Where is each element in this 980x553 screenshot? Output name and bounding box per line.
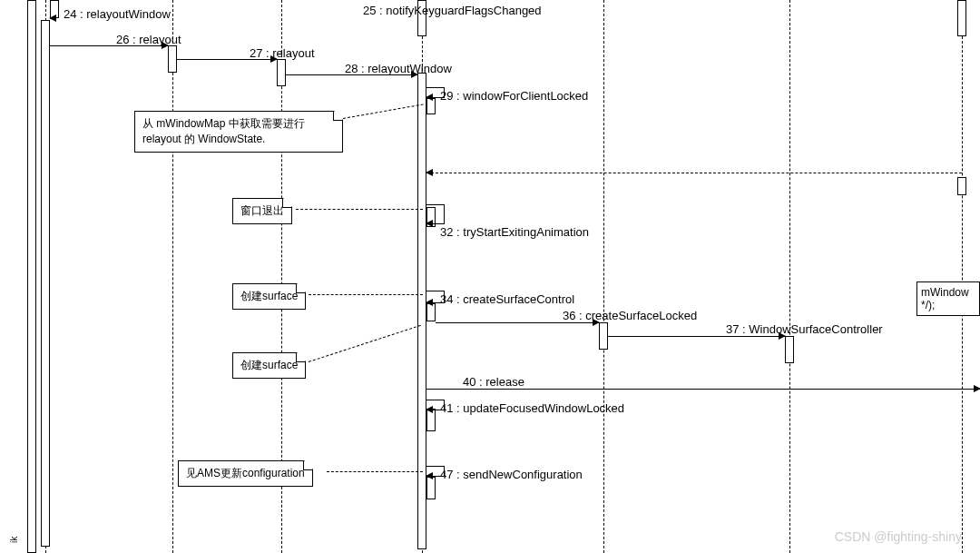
arrow-36 — [436, 322, 599, 323]
activation — [957, 0, 966, 36]
arrow-27 — [177, 59, 277, 60]
note-line-5 — [327, 471, 423, 472]
note-line-2 — [296, 209, 423, 210]
return-arrow-1 — [426, 173, 962, 173]
note-2-text: 窗口退出 — [240, 204, 284, 217]
arrow-24 — [50, 17, 59, 18]
arrow-32 — [426, 204, 445, 224]
msg-26-label: 26 : relayout — [116, 33, 181, 46]
msg-36-label: 36 : createSurfaceLocked — [563, 309, 697, 322]
lifeline-7 — [962, 0, 963, 553]
note-1: 从 mWindowMap 中获取需要进行 relayout 的 WindowSt… — [134, 111, 343, 153]
msg-34-label: 34 : createSurfaceControl — [440, 292, 574, 306]
arrow-47 — [426, 466, 445, 477]
activation — [168, 45, 177, 73]
activation — [785, 336, 794, 363]
arrow-26 — [50, 45, 168, 46]
msg-41-label: 41 : updateFocusedWindowLocked — [440, 401, 624, 415]
note-line-1 — [343, 104, 424, 119]
activation — [27, 0, 36, 553]
note-line-3 — [309, 294, 423, 295]
msg-27-label: 27 : relayout — [250, 46, 315, 60]
lifeline-6 — [789, 0, 790, 553]
note-1-text: 从 mWindowMap 中获取需要进行 relayout 的 WindowSt… — [142, 117, 305, 145]
note-3-text: 创建surface — [240, 290, 298, 302]
note-4-text: 创建surface — [240, 359, 298, 371]
activation — [41, 20, 50, 547]
activation — [957, 177, 966, 195]
overflow-text: mWindow */); — [921, 286, 969, 311]
msg-28-label: 28 : relayoutWindow — [345, 62, 452, 75]
note-4: 创建surface — [232, 352, 306, 379]
activation — [426, 303, 436, 321]
note-line-4 — [309, 325, 421, 362]
watermark: CSDN @fighting-shiny — [835, 529, 962, 544]
note-5: 见AMS更新configuration — [178, 460, 313, 487]
note-5-text: 见AMS更新configuration — [186, 467, 305, 479]
arrow-34 — [426, 291, 445, 303]
msg-25-label: 25 : notifyKeyguardFlagsChanged — [363, 4, 542, 17]
lifeline-5 — [603, 0, 604, 553]
arrow-28 — [286, 74, 417, 75]
arrow-40 — [426, 389, 980, 390]
activation — [599, 322, 608, 350]
msg-37-label: 37 : WindowSurfaceController — [726, 322, 883, 336]
note-2: 窗口退出 — [232, 198, 292, 224]
msg-32-label: 32 : tryStartExitingAnimation — [440, 225, 589, 239]
overflow-box: mWindow */); — [916, 281, 980, 316]
msg-47-label: 47 : sendNewConfiguration — [440, 468, 583, 481]
arrow-41 — [426, 400, 445, 410]
msg-29-label: 29 : windowForClientLocked — [440, 89, 588, 103]
side-label: ik — [9, 537, 19, 543]
lifeline-2 — [172, 0, 173, 553]
note-3: 创建surface — [232, 283, 306, 310]
activation — [426, 477, 436, 499]
msg-24-label: 24 : relayoutWindow — [64, 7, 171, 21]
arrow-29 — [426, 87, 445, 98]
msg-40-label: 40 : release — [463, 375, 524, 389]
arrow-37 — [608, 336, 785, 337]
activation — [277, 59, 286, 86]
